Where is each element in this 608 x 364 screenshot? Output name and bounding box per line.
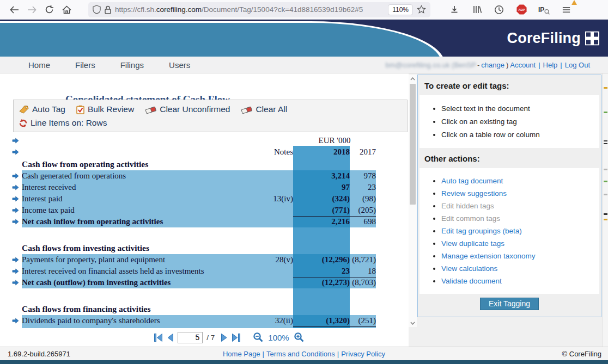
back-icon [9,5,20,14]
row-arrow-cell [12,227,22,242]
bulk-review-button[interactable]: Bulk Review [76,104,134,114]
nav-item-filings[interactable]: Filings [120,60,144,70]
privacy-policy-link[interactable]: Privacy Policy [341,350,385,358]
table-row[interactable]: EUR '000 [12,135,376,146]
tag-arrow-icon[interactable] [12,149,19,155]
next-page-button[interactable] [221,334,228,342]
clear-all-button[interactable]: Clear All [241,104,287,114]
forward-button[interactable] [23,2,40,18]
tagging-sidebar: To create or edit tags: Select text in t… [417,75,601,317]
pagination-bar: / 7 100% [0,328,409,347]
table-header-row[interactable]: Notes 2018 2017 [12,146,376,158]
section-label: Cash flows from financing activities [22,303,246,315]
bookmark-star-icon[interactable] [417,5,426,14]
tag-marker-strip [603,73,608,347]
row-value-2018 [293,158,350,170]
clear-unconfirmed-button[interactable]: Clear Unconfirmed [145,104,230,114]
tag-arrow-icon[interactable] [12,184,19,190]
view-duplicate-tags-link[interactable]: View duplicate tags [441,239,504,248]
tag-arrow-icon[interactable] [12,268,19,274]
row-value-2017: (8,721) [350,254,376,266]
document-zoom-level: 100% [268,333,289,342]
tag-arrow-icon[interactable] [12,280,19,286]
nav-item-home[interactable]: Home [28,60,50,70]
row-value-2018 [293,288,350,303]
table-row[interactable]: Payments for property, plant and equipme… [12,254,376,266]
last-page-button[interactable] [232,334,241,342]
table-row[interactable]: Income tax paid (771) (205) [12,205,376,216]
row-arrow-cell [12,254,22,266]
year-2017-header[interactable]: 2017 [350,146,376,158]
site-header: CoreFiling [0,20,608,57]
document-scrollbar[interactable] [409,75,417,327]
browser-home-button[interactable] [58,2,75,18]
tag-marker [604,143,607,144]
tag-arrow-icon[interactable] [12,318,19,324]
tag-arrow-icon[interactable] [12,138,19,144]
review-suggestions-link[interactable]: Review suggestions [441,189,507,198]
year-2018-header[interactable]: 2018 [293,146,350,158]
manage-extension-taxonomy-link[interactable]: Manage extension taxonomy [441,252,536,260]
change-user-link[interactable]: change [481,61,504,69]
scroll-up-button[interactable] [409,75,417,83]
previous-page-button[interactable] [167,334,174,342]
home-page-link[interactable]: Home Page [223,350,260,358]
table-row[interactable]: Cash generated from operations 3,214 978 [12,170,376,182]
row-arrow-cell [12,266,22,277]
adblock-button[interactable]: ABP [513,2,530,18]
browser-menu-button[interactable] [557,2,575,18]
tag-arrow-icon[interactable] [12,257,19,263]
logout-link[interactable]: Log Out [565,61,590,69]
first-page-button[interactable] [154,334,163,342]
browser-zoom-badge[interactable]: 110% [388,4,413,15]
total-row[interactable]: Net cash (outflow) from investing activi… [12,277,376,288]
page-number-input[interactable] [178,332,203,343]
line-items-toggle[interactable]: Line Items on: Rows [19,118,107,128]
nav-item-filers[interactable]: Filers [75,60,95,70]
scrollbar-thumb[interactable] [410,84,416,205]
reload-button[interactable] [40,2,58,18]
tag-arrow-icon[interactable] [12,219,19,225]
row-arrow-cell [12,158,22,170]
url-bar[interactable]: https://cfl.sh.corefiling.com/Document/T… [88,2,430,17]
row-label: Payments for property, plant and equipme… [22,254,246,266]
downloads-button[interactable] [446,2,463,18]
account-link[interactable]: Account [510,61,536,69]
tag-arrow-icon[interactable] [12,196,19,202]
table-row[interactable]: Interest received 97 23 [12,182,376,193]
history-button[interactable] [490,2,508,18]
library-button[interactable] [468,2,485,18]
help-link[interactable]: Help [543,61,558,69]
edit-tag-groupings-link[interactable]: Edit tag groupings (beta) [441,227,522,235]
back-button[interactable] [5,2,23,18]
row-label: Dividends paid to company's shareholders [22,315,246,326]
ip-extension-button[interactable]: IP [535,2,552,18]
validate-document-link[interactable]: Validate document [441,277,502,285]
exit-tagging-button[interactable]: Exit Tagging [480,298,539,310]
table-row[interactable]: Interest paid 13(iv) (324) (98) [12,193,376,205]
content-region: Consolidated statement of Cash Flow Auto… [0,73,608,347]
zoom-in-button[interactable] [294,332,305,343]
nav-item-users[interactable]: Users [169,60,190,70]
tag-marker [604,112,607,113]
table-row[interactable]: Dividends paid to company's shareholders… [12,315,376,326]
section-header-row: Cash flows from financing activities [12,303,376,315]
row-value-2017: (205) [350,205,376,216]
lock-icon[interactable] [105,5,111,14]
row-value-2018: (1,320) [293,315,350,326]
view-calculations-link[interactable]: View calculations [441,264,497,273]
tag-arrow-icon[interactable] [12,173,19,179]
create-tags-heading: To create or edit tags: [418,75,601,95]
list-item: Edit tag groupings (beta) [441,227,599,235]
tag-arrow-icon[interactable] [12,207,19,213]
zoom-out-button[interactable] [253,332,264,343]
total-row[interactable]: Net cash inflow from operating activitie… [12,216,376,227]
document-viewport: Consolidated statement of Cash Flow Auto… [0,73,409,347]
scroll-down-button[interactable] [409,319,417,327]
table-row[interactable]: Interest received on financial assets he… [12,266,376,277]
shield-icon[interactable] [93,5,101,14]
auto-tag-button[interactable]: Auto Tag [19,104,65,114]
terms-link[interactable]: Terms and Conditions [266,350,335,358]
svg-text:ABP: ABP [518,8,525,11]
auto-tag-document-link[interactable]: Auto tag document [441,177,503,185]
